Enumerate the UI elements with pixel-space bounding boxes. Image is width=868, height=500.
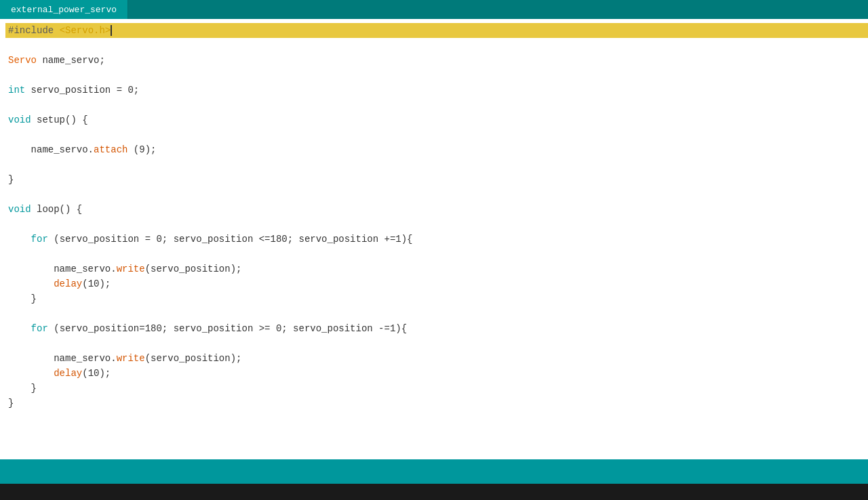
bottom-status-bar [0,459,868,484]
blank-line-3 [5,98,868,112]
blank-line-5 [5,157,868,172]
delay1-args: (10); [82,278,111,289]
line-write2: name_servo.write(servo_position); [5,351,868,366]
line-close-for2: } [5,381,868,396]
line-close-setup: } [5,172,868,187]
for1-text: (servo_position = 0; servo_position <=18… [48,234,413,245]
line-close-loop: } [5,396,868,411]
line-delay1: delay(10); [5,276,868,291]
close-brace-loop: } [8,398,14,409]
write-method-2: write [117,353,145,364]
attach-method: attach [94,144,127,155]
for1-indent [8,234,31,245]
setup-signature: setup() { [31,114,88,125]
close-brace-setup: } [8,174,14,185]
tab-bar: external_power_servo [0,0,868,19]
delay-method-1: delay [54,278,82,289]
code-editor[interactable]: #include <Servo.h> Servo name_servo; int… [0,19,868,459]
for-keyword-2: for [31,323,48,334]
write-method-1: write [117,264,145,274]
line-void-loop: void loop() { [5,202,868,217]
line-attach: name_servo.attach (9); [5,142,868,157]
hash-keyword: #include [8,25,60,36]
delay2-args: (10); [82,368,111,379]
blank-line-6 [5,187,868,202]
blank-line-9 [5,306,868,321]
close-for1: } [8,293,37,304]
delay-method-2: delay [54,368,82,379]
tab-external-power-servo[interactable]: external_power_servo [0,0,128,19]
int-decl-text: servo_position = 0; [25,85,139,96]
for2-text: (servo_position=180; servo_position >= 0… [48,323,407,334]
blank-line-1 [5,38,868,53]
blank-line-2 [5,68,868,83]
line-include: #include <Servo.h> [5,23,868,38]
close-for2: } [8,383,37,394]
servo-class-keyword: Servo [8,55,37,66]
loop-signature: loop() { [31,204,83,215]
blank-line-10 [5,336,868,351]
attach-args: (9); [127,144,156,155]
blank-line-4 [5,127,868,142]
line-for1: for (servo_position = 0; servo_position … [5,232,868,247]
write1-args: (servo_position); [145,264,242,274]
blank-line-8 [5,247,868,262]
line-write1: name_servo.write(servo_position); [5,262,868,276]
tab-label: external_power_servo [11,5,117,15]
write2-obj: name_servo. [8,353,117,364]
line-int-decl: int servo_position = 0; [5,83,868,98]
line-servo-decl: Servo name_servo; [5,53,868,68]
line-close-for1: } [5,291,868,306]
delay2-indent [8,368,54,379]
blank-line-7 [5,217,868,232]
for2-indent [8,323,31,334]
void-keyword-setup: void [8,114,31,125]
line-for2: for (servo_position=180; servo_position … [5,321,868,336]
void-keyword-loop: void [8,204,31,215]
line-delay2: delay(10); [5,366,868,381]
for-keyword-1: for [31,234,48,245]
include-lib: <Servo.h> [60,25,111,36]
footer-bar [0,484,868,500]
servo-decl-text: name_servo; [37,55,105,66]
write2-args: (servo_position); [145,353,242,364]
write1-obj: name_servo. [8,264,117,274]
text-cursor [111,25,112,36]
int-keyword: int [8,85,25,96]
line-void-setup: void setup() { [5,112,868,127]
attach-obj: name_servo. [8,144,94,155]
delay1-indent [8,278,54,289]
